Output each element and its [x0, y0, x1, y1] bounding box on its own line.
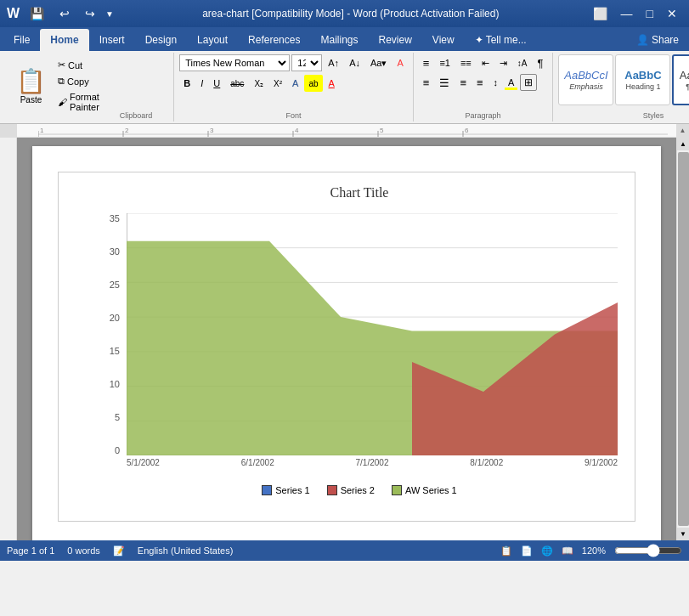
scroll-up-button[interactable]: ▲ [677, 138, 690, 150]
sort-button[interactable]: ↕A [513, 54, 532, 71]
align-right-button[interactable]: ≡ [455, 74, 471, 91]
left-sidebar [0, 138, 17, 540]
normal-preview: AaBbCcI [680, 69, 689, 82]
language[interactable]: English (United States) [138, 545, 234, 556]
font-group-label: Font [179, 111, 408, 120]
format-painter-icon: 🖌 [58, 97, 67, 107]
style-emphasis-button[interactable]: AaBbCcI Emphasis [558, 54, 613, 105]
x-axis-label: 6/1/2002 [241, 458, 274, 467]
numbering-button[interactable]: ≡1 [435, 54, 455, 71]
underline-button[interactable]: U [209, 75, 224, 92]
zoom-slider[interactable] [614, 545, 682, 557]
paste-label: Paste [20, 95, 42, 105]
status-bar: Page 1 of 1 0 words 📝 English (United St… [0, 540, 689, 561]
legend-aw-series1-label: AW Series 1 [405, 485, 457, 495]
paste-button[interactable]: 📋 Paste [8, 54, 54, 120]
show-hide-button[interactable]: ¶ [533, 54, 547, 71]
view-print-button[interactable]: 📄 [521, 545, 533, 557]
svg-text:5: 5 [380, 127, 384, 134]
text-effects-button[interactable]: A [288, 75, 302, 92]
superscript-button[interactable]: X² [269, 75, 286, 92]
tab-references[interactable]: References [238, 29, 310, 51]
strikethrough-button[interactable]: abc [226, 75, 248, 92]
legend-series2-color [327, 485, 337, 495]
x-axis-label: 9/1/2002 [585, 458, 618, 467]
style-heading1-button[interactable]: AaBbC Heading 1 [615, 54, 670, 105]
justify-button[interactable]: ≡ [472, 74, 488, 91]
decrease-indent-button[interactable]: ⇤ [477, 54, 494, 71]
chart-legend: Series 1 Series 2 AW Series 1 [101, 485, 618, 495]
clear-formatting-button[interactable]: A [393, 54, 407, 71]
align-center-button[interactable]: ☰ [435, 74, 454, 91]
maximize-button[interactable]: □ [641, 5, 658, 22]
lightbulb-icon: ✦ [475, 34, 483, 46]
shading-button[interactable]: A [504, 74, 518, 91]
scroll-thumb[interactable] [678, 152, 689, 526]
tab-home[interactable]: Home [40, 29, 88, 51]
y-axis-label: 30 [101, 246, 120, 257]
subscript-button[interactable]: X₂ [250, 75, 268, 92]
track-changes-icon[interactable]: 📋 [500, 545, 512, 557]
cut-button[interactable]: ✂ Cut [54, 58, 104, 72]
ruler-right-control: ▲ [676, 124, 689, 137]
copy-button[interactable]: ⧉ Copy [54, 74, 104, 88]
person-icon: 👤 [636, 34, 649, 46]
align-left-button[interactable]: ≡ [419, 74, 434, 91]
format-painter-button[interactable]: 🖌 Format Painter [54, 90, 104, 114]
svg-text:1: 1 [40, 127, 44, 134]
redo-button[interactable]: ↪ [80, 5, 100, 22]
y-axis-label: 35 [101, 213, 120, 223]
close-button[interactable]: ✕ [662, 5, 682, 22]
view-web-button[interactable]: 🌐 [541, 545, 553, 557]
zoom-level: 120% [582, 545, 606, 556]
status-bar-left: Page 1 of 1 0 words 📝 English (United St… [7, 545, 233, 557]
tab-tell-me[interactable]: ✦ Tell me... [465, 29, 537, 51]
increase-indent-button[interactable]: ⇥ [495, 54, 511, 71]
italic-button[interactable]: I [196, 75, 207, 92]
tab-file[interactable]: File [3, 29, 40, 51]
shrink-font-button[interactable]: A↓ [345, 54, 364, 71]
ribbon-tab-bar: File Home Insert Design Layout Reference… [0, 27, 689, 51]
heading1-label: Heading 1 [625, 82, 660, 91]
legend-series1-label: Series 1 [275, 485, 309, 495]
chart-svg [127, 213, 618, 455]
font-color-button[interactable]: A [325, 75, 339, 92]
change-case-button[interactable]: Aa▾ [366, 54, 391, 71]
view-read-button[interactable]: 📖 [562, 545, 573, 557]
vertical-scrollbar: ▲ ▼ [676, 138, 689, 540]
minimize-button[interactable]: — [616, 5, 638, 22]
tab-review[interactable]: Review [368, 29, 421, 51]
tab-layout[interactable]: Layout [187, 29, 238, 51]
font-family-select[interactable]: Times New Roman [179, 54, 290, 71]
legend-series2-label: Series 2 [341, 485, 375, 495]
style-normal-button[interactable]: AaBbCcI ¶ Normal [672, 54, 689, 105]
highlight-button[interactable]: ab [304, 75, 322, 92]
font-size-select[interactable]: 12 [291, 54, 322, 71]
window-controls: ⬜ — □ ✕ [588, 5, 682, 22]
proofing-icon[interactable]: 📝 [113, 545, 125, 557]
scroll-down-button[interactable]: ▼ [677, 528, 690, 540]
share-button[interactable]: 👤 Share [626, 29, 689, 51]
save-button[interactable]: 💾 [25, 5, 49, 22]
tab-view[interactable]: View [422, 29, 465, 51]
line-spacing-button[interactable]: ↕ [489, 74, 503, 91]
page-container: Chart Title 35 30 25 20 15 10 5 0 [17, 138, 676, 540]
heading1-preview: AaBbC [624, 69, 661, 82]
paste-icon: 📋 [16, 70, 46, 93]
bullets-button[interactable]: ≡ [419, 54, 434, 71]
ribbon-group-font: Times New Roman 12 A↑ A↓ Aa▾ A B I U abc… [174, 53, 414, 122]
tab-mailings[interactable]: Mailings [310, 29, 368, 51]
customize-qat-icon[interactable]: ▼ [105, 9, 114, 19]
x-axis-label: 7/1/2002 [356, 458, 389, 467]
x-axis-label: 8/1/2002 [470, 458, 503, 467]
borders-button[interactable]: ⊞ [520, 74, 537, 91]
tab-design[interactable]: Design [135, 29, 187, 51]
bold-button[interactable]: B [179, 75, 195, 92]
tab-insert[interactable]: Insert [89, 29, 135, 51]
undo-button[interactable]: ↩ [54, 5, 75, 22]
chart-container[interactable]: Chart Title 35 30 25 20 15 10 5 0 [58, 172, 635, 522]
grow-font-button[interactable]: A↑ [324, 54, 343, 71]
legend-series1: Series 1 [262, 485, 309, 495]
multilevel-button[interactable]: ≡≡ [456, 54, 476, 71]
ribbon-display-button[interactable]: ⬜ [588, 5, 613, 22]
